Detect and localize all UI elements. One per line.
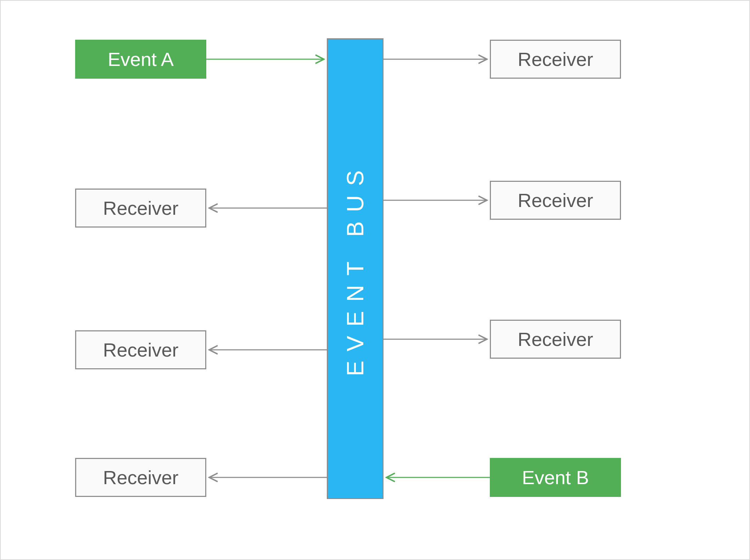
- receiver-left-2: Receiver: [75, 189, 206, 228]
- diagram-canvas: EVENT BUS Event A Receiver Receiver Rece…: [0, 0, 750, 560]
- event-a-label: Event A: [108, 48, 174, 70]
- receiver-right-3-label: Receiver: [517, 328, 593, 350]
- receiver-left-2-label: Receiver: [103, 197, 178, 219]
- event-b-label: Event B: [522, 466, 589, 488]
- receiver-left-4: Receiver: [75, 458, 206, 497]
- receiver-right-2-label: Receiver: [517, 189, 593, 211]
- receiver-right-1-label: Receiver: [517, 48, 593, 70]
- event-a-box: Event A: [75, 40, 206, 79]
- receiver-right-1: Receiver: [490, 40, 621, 79]
- receiver-left-3: Receiver: [75, 330, 206, 369]
- event-bus-block: EVENT BUS: [327, 38, 384, 499]
- receiver-left-4-label: Receiver: [103, 466, 178, 488]
- event-bus-label: EVENT BUS: [342, 161, 369, 376]
- receiver-right-2: Receiver: [490, 181, 621, 220]
- receiver-right-3: Receiver: [490, 320, 621, 359]
- event-b-box: Event B: [490, 458, 621, 497]
- receiver-left-3-label: Receiver: [103, 339, 178, 361]
